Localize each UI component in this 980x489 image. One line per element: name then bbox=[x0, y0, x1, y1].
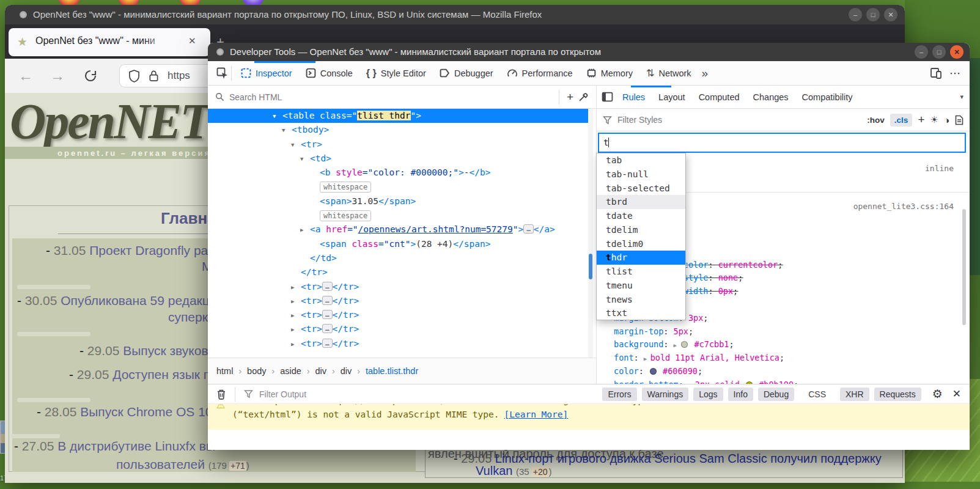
breadcrumb-item[interactable]: div bbox=[315, 366, 341, 376]
console-filter-button[interactable]: Logs bbox=[693, 388, 723, 401]
breadcrumb-item[interactable]: div bbox=[341, 366, 366, 376]
devtools-titlebar[interactable]: Developer Tools — OpenNet без "www" - ми… bbox=[208, 43, 970, 61]
tab-console[interactable]: Console bbox=[299, 61, 359, 85]
markup-row[interactable]: ▼<tr> bbox=[208, 138, 591, 152]
markup-row[interactable]: ▼<table class="tlist thdr"> bbox=[208, 109, 591, 123]
filter-output-input[interactable]: Filter Output bbox=[259, 389, 596, 399]
responsive-mode-icon[interactable] bbox=[930, 67, 942, 79]
tab-debugger[interactable]: Debugger bbox=[433, 61, 500, 85]
pick-element-icon[interactable] bbox=[216, 67, 229, 79]
autocomplete-option[interactable]: tdelim0 bbox=[597, 237, 685, 251]
print-media-icon[interactable] bbox=[955, 115, 963, 125]
close-split-console-icon[interactable]: ✕ bbox=[952, 388, 961, 400]
expand-arrow-icon[interactable]: ▶ bbox=[291, 323, 301, 337]
markup-row[interactable]: ▼<td> bbox=[208, 152, 591, 166]
news-item-link[interactable]: - 31.05 Проект Dragonfly разв bbox=[46, 243, 221, 258]
news-item-link[interactable]: - 28.05 Выпуск Chrome OS 102 bbox=[37, 405, 219, 419]
filter-styles-input[interactable]: Filter Styles bbox=[617, 115, 861, 125]
back-icon[interactable]: ← bbox=[18, 67, 33, 84]
minimize-button[interactable]: – bbox=[915, 45, 928, 59]
breadcrumb-item[interactable]: table.tlist.thdr bbox=[366, 366, 418, 376]
expand-arrow-icon[interactable]: ▼ bbox=[291, 138, 301, 152]
markup-row[interactable]: ▶<tr>…</tr> bbox=[208, 337, 591, 351]
news-item-link[interactable]: Vulkan (35 +20) bbox=[476, 464, 552, 478]
expand-arrow-icon[interactable]: ▶ bbox=[300, 223, 310, 237]
rules-scrollbar-thumb[interactable] bbox=[962, 209, 966, 325]
add-rule-button[interactable]: + bbox=[918, 113, 924, 127]
scrollbar-thumb[interactable] bbox=[589, 254, 592, 279]
eyedropper-icon[interactable] bbox=[578, 92, 589, 102]
add-node-button[interactable]: + bbox=[567, 90, 573, 104]
css-filter-button[interactable]: CSS bbox=[803, 388, 831, 401]
console-filter-button[interactable]: Info bbox=[728, 388, 753, 401]
news-item-link[interactable]: - 29.05 Выпуск звуковог bbox=[79, 344, 220, 358]
news-item-link[interactable]: суперк bbox=[168, 310, 208, 325]
autocomplete-option[interactable]: tdelim bbox=[597, 223, 685, 237]
markup-row[interactable]: <b style="color: #000000;">-</b> bbox=[208, 166, 591, 180]
markup-row[interactable]: ▶<a href="/opennews/art.shtml?num=57279"… bbox=[208, 222, 591, 237]
tab-changes[interactable]: Changes bbox=[748, 92, 794, 102]
expand-arrow-icon[interactable]: ▼ bbox=[273, 109, 282, 123]
search-html-input[interactable]: Search HTML bbox=[229, 92, 551, 102]
news-item-link[interactable]: - 29.05 Доступен язык пр bbox=[69, 367, 218, 382]
learn-more-link[interactable]: [Learn More] bbox=[504, 410, 569, 419]
markup-row[interactable]: whitespace bbox=[208, 208, 591, 222]
sidebar-toggle-icon[interactable] bbox=[602, 92, 613, 102]
tab-close-icon[interactable]: ✕ bbox=[188, 35, 196, 46]
breadcrumb-item[interactable]: aside bbox=[280, 366, 315, 376]
expand-arrow-icon[interactable]: ▶ bbox=[291, 295, 301, 309]
autocomplete-option[interactable]: tab-null bbox=[597, 167, 685, 182]
maximize-button[interactable]: □ bbox=[866, 8, 880, 21]
autocomplete-option[interactable]: tnews bbox=[597, 293, 685, 307]
autocomplete-option[interactable]: thdr bbox=[597, 251, 685, 265]
class-toggle-active[interactable]: .cls bbox=[890, 114, 913, 127]
tab-memory[interactable]: Memory bbox=[580, 61, 639, 85]
tab-compatibility[interactable]: Compatibility bbox=[797, 92, 858, 102]
tab-style-editor[interactable]: { } Style Editor bbox=[359, 61, 433, 85]
markup-row[interactable]: </tr> bbox=[208, 265, 591, 279]
browser-tab[interactable]: ★ OpenNet без "www" - мини ✕ bbox=[9, 28, 210, 56]
markup-row[interactable]: ▶<tr>…</tr> bbox=[208, 322, 591, 336]
close-button[interactable]: ✕ bbox=[884, 8, 897, 21]
autocomplete-option[interactable]: ttxt bbox=[597, 306, 685, 320]
console-filter-button[interactable]: Errors bbox=[602, 388, 636, 401]
markup-row[interactable]: ▶<tr>…</tr> bbox=[208, 280, 591, 294]
gear-icon[interactable]: ⚙ bbox=[932, 387, 943, 401]
autocomplete-option[interactable]: tlist bbox=[597, 265, 685, 279]
console-filter-button[interactable]: Debug bbox=[758, 388, 794, 401]
autocomplete-option[interactable]: tbrd bbox=[597, 195, 685, 209]
expand-arrow-icon[interactable]: ▶ bbox=[291, 309, 301, 323]
css-property-row[interactable]: border-bottom: ▶ 3px solid #b0b100; bbox=[597, 378, 970, 384]
css-property-row[interactable]: background: ▶ #c7cbb1; bbox=[597, 338, 970, 351]
autocomplete-option[interactable]: tmenu bbox=[597, 279, 685, 293]
news-item-link[interactable]: - 30.05 Опубликована 59 редакция bbox=[17, 293, 224, 308]
css-property-row[interactable]: color: #606090; bbox=[597, 365, 970, 378]
lock-icon[interactable] bbox=[149, 70, 159, 83]
markup-row[interactable]: ▼<tbody> bbox=[208, 123, 591, 137]
chevron-down-icon[interactable]: ▾ bbox=[960, 93, 963, 101]
reload-icon[interactable] bbox=[83, 68, 98, 83]
news-item-link[interactable]: пользователей (179 +71) bbox=[116, 457, 249, 472]
markup-row[interactable]: ▶<tr>…</tr> bbox=[208, 308, 591, 322]
forward-icon[interactable]: → bbox=[50, 67, 65, 84]
markup-row[interactable]: ▶<tr>…</tr> bbox=[208, 294, 591, 308]
markup-row[interactable]: <span>31.05</span> bbox=[208, 194, 591, 208]
markup-scrollbar[interactable] bbox=[588, 109, 593, 358]
tab-rules[interactable]: Rules bbox=[617, 92, 650, 102]
more-tabs-icon[interactable]: » bbox=[702, 67, 709, 80]
add-class-input[interactable]: t bbox=[598, 133, 966, 153]
firefox-titlebar[interactable]: OpenNet без "www" - минималистский вариа… bbox=[5, 5, 905, 24]
pseudo-class-toggle[interactable]: :hov bbox=[867, 116, 885, 125]
breadcrumb-item[interactable]: html bbox=[216, 366, 247, 376]
autocomplete-option[interactable]: tab bbox=[597, 153, 685, 167]
autocomplete-option[interactable]: tab-selected bbox=[597, 182, 685, 196]
markup-row[interactable]: </td> bbox=[208, 251, 591, 265]
breadcrumb-item[interactable]: body bbox=[247, 366, 280, 376]
console-filter-button[interactable]: Requests bbox=[874, 388, 921, 401]
css-property-row[interactable]: margin-top: 5px; bbox=[597, 325, 970, 339]
close-button[interactable]: ✕ bbox=[950, 45, 963, 59]
expand-arrow-icon[interactable]: ▼ bbox=[300, 152, 310, 166]
css-property-row[interactable]: font: ▶ bold 11pt Arial, Helvetica; bbox=[597, 351, 970, 365]
console-filter-button[interactable]: Warnings bbox=[642, 388, 689, 401]
light-theme-icon[interactable]: ☀ bbox=[930, 114, 938, 125]
